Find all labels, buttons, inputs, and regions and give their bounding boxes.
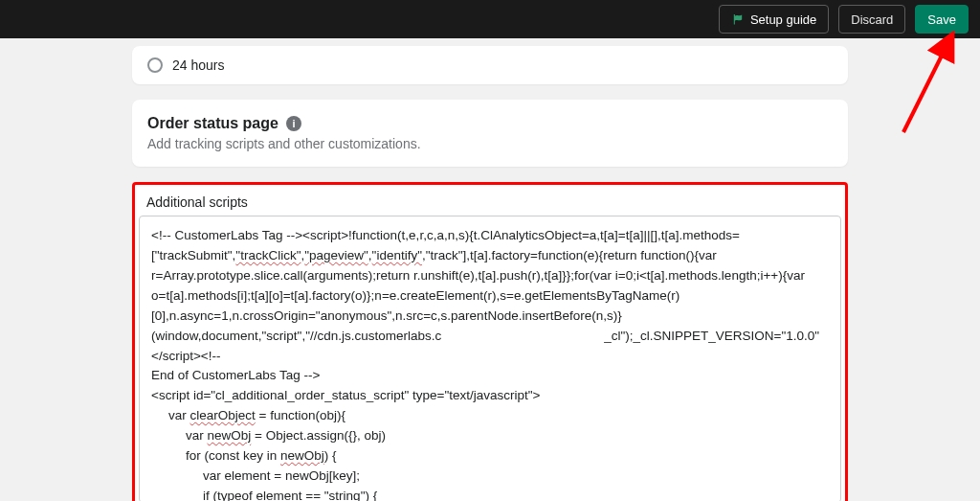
flag-icon xyxy=(731,12,745,26)
code-line: r=Array.prototype.slice.call(arguments);… xyxy=(151,268,805,283)
info-icon[interactable]: i xyxy=(286,116,301,131)
save-button[interactable]: Save xyxy=(915,5,969,34)
order-status-card: Order status page i Add tracking scripts… xyxy=(132,100,848,167)
additional-scripts-label: Additional scripts xyxy=(139,189,841,216)
code-token: "identify" xyxy=(372,248,422,262)
code-line: [0],n.async=1,n.crossOrigin="anonymous",… xyxy=(151,308,622,323)
code-token: "pageview" xyxy=(304,248,368,262)
discard-button[interactable]: Discard xyxy=(838,5,905,34)
page-content: 24 hours Order status page i Add trackin… xyxy=(132,38,848,501)
code-token: "track"],t[a].factory=function(e){return… xyxy=(426,248,717,262)
code-line: for (const key in newObj) { xyxy=(151,446,829,467)
code-line: var newObj = Object.assign({}, obj) xyxy=(151,426,829,446)
code-line: ["trackSubmit", xyxy=(151,248,235,262)
radio-option-24h[interactable]: 24 hours xyxy=(147,56,833,75)
code-line: (window,document,"script","//cdn.js.cust… xyxy=(151,329,441,343)
section-desc: Add tracking scripts and other customiza… xyxy=(147,136,833,151)
radio-label: 24 hours xyxy=(172,57,224,73)
discard-label: Discard xyxy=(851,12,893,27)
code-line: var clearObject = function(obj){ xyxy=(151,406,829,426)
additional-scripts-highlight: Additional scripts <!-- CustomerLabs Tag… xyxy=(132,182,848,501)
code-line: <script id="cl_additional_order_status_s… xyxy=(151,388,540,402)
code-line: if (typeof element == "string") { xyxy=(151,487,829,501)
annotation-arrow xyxy=(890,31,967,136)
code-line: End of CustomerLabs Tag --> xyxy=(151,368,320,382)
radio-icon xyxy=(147,57,163,73)
code-line: o=t[a].methods[i];t[a][o]=t[a].factory(o… xyxy=(151,288,679,303)
section-title: Order status page xyxy=(147,115,278,132)
top-bar: Setup guide Discard Save xyxy=(0,0,980,38)
save-label: Save xyxy=(927,12,956,27)
additional-scripts-textarea[interactable]: <!-- CustomerLabs Tag --><script>!functi… xyxy=(139,216,841,501)
cart-abandon-card: 24 hours xyxy=(132,46,848,84)
code-line: <!-- CustomerLabs Tag --><script>!functi… xyxy=(151,228,740,242)
setup-guide-label: Setup guide xyxy=(750,12,816,27)
setup-guide-button[interactable]: Setup guide xyxy=(719,5,829,34)
code-line: var element = newObj[key]; xyxy=(151,467,829,487)
code-token: "trackClick" xyxy=(235,248,301,262)
svg-line-0 xyxy=(903,40,949,132)
